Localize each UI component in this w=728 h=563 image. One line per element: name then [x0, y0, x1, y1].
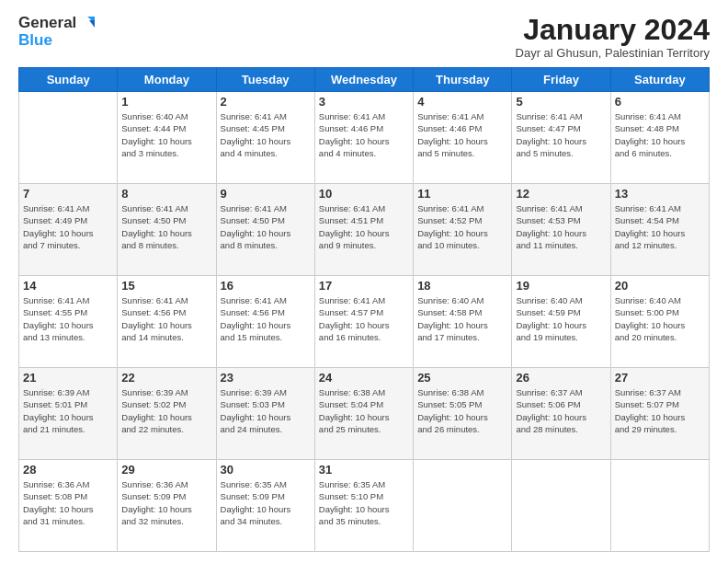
day-cell: 28Sunrise: 6:36 AM Sunset: 5:08 PM Dayli…: [19, 460, 118, 552]
week-row-1: 1Sunrise: 6:40 AM Sunset: 4:44 PM Daylig…: [19, 92, 710, 184]
day-info: Sunrise: 6:41 AM Sunset: 4:50 PM Dayligh…: [121, 202, 211, 251]
day-number: 10: [319, 187, 409, 201]
header-row: Sunday Monday Tuesday Wednesday Thursday…: [19, 68, 710, 92]
day-number: 15: [121, 279, 211, 293]
day-cell: 15Sunrise: 6:41 AM Sunset: 4:56 PM Dayli…: [118, 276, 216, 368]
day-info: Sunrise: 6:41 AM Sunset: 4:54 PM Dayligh…: [615, 202, 705, 251]
day-info: Sunrise: 6:39 AM Sunset: 5:03 PM Dayligh…: [221, 386, 311, 435]
day-number: 26: [516, 371, 606, 385]
logo-general: General: [18, 15, 76, 32]
calendar-table: Sunday Monday Tuesday Wednesday Thursday…: [18, 67, 710, 552]
day-cell: 16Sunrise: 6:41 AM Sunset: 4:56 PM Dayli…: [216, 276, 314, 368]
day-number: 19: [516, 279, 606, 293]
day-number: 27: [615, 371, 705, 385]
logo-blue: Blue: [18, 32, 52, 50]
day-info: Sunrise: 6:41 AM Sunset: 4:50 PM Dayligh…: [221, 202, 311, 251]
logo: General Blue: [18, 15, 95, 49]
day-cell: 12Sunrise: 6:41 AM Sunset: 4:53 PM Dayli…: [512, 184, 610, 276]
day-cell: [610, 460, 709, 552]
day-info: Sunrise: 6:36 AM Sunset: 5:09 PM Dayligh…: [121, 478, 211, 527]
day-cell: 17Sunrise: 6:41 AM Sunset: 4:57 PM Dayli…: [314, 276, 413, 368]
day-info: Sunrise: 6:41 AM Sunset: 4:48 PM Dayligh…: [615, 110, 705, 159]
col-saturday: Saturday: [610, 68, 709, 92]
day-info: Sunrise: 6:41 AM Sunset: 4:56 PM Dayligh…: [221, 294, 311, 343]
day-info: Sunrise: 6:36 AM Sunset: 5:08 PM Dayligh…: [23, 478, 113, 527]
day-cell: 19Sunrise: 6:40 AM Sunset: 4:59 PM Dayli…: [512, 276, 610, 368]
day-cell: 13Sunrise: 6:41 AM Sunset: 4:54 PM Dayli…: [610, 184, 709, 276]
day-cell: 11Sunrise: 6:41 AM Sunset: 4:52 PM Dayli…: [414, 184, 512, 276]
day-info: Sunrise: 6:41 AM Sunset: 4:46 PM Dayligh…: [417, 110, 507, 159]
day-cell: 24Sunrise: 6:38 AM Sunset: 5:04 PM Dayli…: [314, 368, 413, 460]
day-number: 7: [23, 187, 113, 201]
day-info: Sunrise: 6:41 AM Sunset: 4:47 PM Dayligh…: [516, 110, 606, 159]
day-cell: 23Sunrise: 6:39 AM Sunset: 5:03 PM Dayli…: [216, 368, 314, 460]
day-number: 23: [221, 371, 311, 385]
day-number: 4: [417, 95, 507, 109]
page: General Blue January 2024 Dayr al Ghusun…: [0, 0, 728, 563]
week-row-2: 7Sunrise: 6:41 AM Sunset: 4:49 PM Daylig…: [19, 184, 710, 276]
month-title: January 2024: [516, 15, 710, 44]
header: General Blue January 2024 Dayr al Ghusun…: [18, 15, 710, 60]
day-number: 9: [221, 187, 311, 201]
day-cell: 6Sunrise: 6:41 AM Sunset: 4:48 PM Daylig…: [610, 92, 709, 184]
day-number: 3: [319, 95, 409, 109]
week-row-5: 28Sunrise: 6:36 AM Sunset: 5:08 PM Dayli…: [19, 460, 710, 552]
day-number: 1: [121, 95, 211, 109]
day-cell: 18Sunrise: 6:40 AM Sunset: 4:58 PM Dayli…: [414, 276, 512, 368]
day-cell: 30Sunrise: 6:35 AM Sunset: 5:09 PM Dayli…: [216, 460, 314, 552]
day-cell: 25Sunrise: 6:38 AM Sunset: 5:05 PM Dayli…: [414, 368, 512, 460]
day-number: 20: [615, 279, 705, 293]
day-number: 31: [319, 463, 409, 477]
day-number: 21: [23, 371, 113, 385]
day-info: Sunrise: 6:40 AM Sunset: 4:44 PM Dayligh…: [121, 110, 211, 159]
day-number: 12: [516, 187, 606, 201]
day-cell: 4Sunrise: 6:41 AM Sunset: 4:46 PM Daylig…: [414, 92, 512, 184]
day-info: Sunrise: 6:38 AM Sunset: 5:05 PM Dayligh…: [417, 386, 507, 435]
day-cell: 21Sunrise: 6:39 AM Sunset: 5:01 PM Dayli…: [19, 368, 118, 460]
day-cell: 5Sunrise: 6:41 AM Sunset: 4:47 PM Daylig…: [512, 92, 610, 184]
day-info: Sunrise: 6:41 AM Sunset: 4:52 PM Dayligh…: [417, 202, 507, 251]
day-cell: 8Sunrise: 6:41 AM Sunset: 4:50 PM Daylig…: [118, 184, 216, 276]
day-number: 24: [319, 371, 409, 385]
day-info: Sunrise: 6:41 AM Sunset: 4:57 PM Dayligh…: [319, 294, 409, 343]
svg-marker-1: [89, 20, 95, 28]
day-number: 17: [319, 279, 409, 293]
day-number: 2: [221, 95, 311, 109]
day-number: 22: [121, 371, 211, 385]
day-info: Sunrise: 6:41 AM Sunset: 4:53 PM Dayligh…: [516, 202, 606, 251]
day-info: Sunrise: 6:35 AM Sunset: 5:09 PM Dayligh…: [221, 478, 311, 527]
day-info: Sunrise: 6:41 AM Sunset: 4:49 PM Dayligh…: [23, 202, 113, 251]
day-info: Sunrise: 6:41 AM Sunset: 4:56 PM Dayligh…: [121, 294, 211, 343]
day-info: Sunrise: 6:40 AM Sunset: 4:59 PM Dayligh…: [516, 294, 606, 343]
day-info: Sunrise: 6:40 AM Sunset: 5:00 PM Dayligh…: [615, 294, 705, 343]
day-info: Sunrise: 6:41 AM Sunset: 4:46 PM Dayligh…: [319, 110, 409, 159]
subtitle: Dayr al Ghusun, Palestinian Territory: [516, 46, 710, 60]
col-sunday: Sunday: [19, 68, 118, 92]
day-cell: 31Sunrise: 6:35 AM Sunset: 5:10 PM Dayli…: [314, 460, 413, 552]
day-cell: 3Sunrise: 6:41 AM Sunset: 4:46 PM Daylig…: [314, 92, 413, 184]
col-monday: Monday: [118, 68, 216, 92]
day-cell: 1Sunrise: 6:40 AM Sunset: 4:44 PM Daylig…: [118, 92, 216, 184]
day-cell: 22Sunrise: 6:39 AM Sunset: 5:02 PM Dayli…: [118, 368, 216, 460]
day-number: 8: [121, 187, 211, 201]
day-number: 25: [417, 371, 507, 385]
col-friday: Friday: [512, 68, 610, 92]
day-number: 30: [221, 463, 311, 477]
day-cell: 2Sunrise: 6:41 AM Sunset: 4:45 PM Daylig…: [216, 92, 314, 184]
day-cell: 10Sunrise: 6:41 AM Sunset: 4:51 PM Dayli…: [314, 184, 413, 276]
day-info: Sunrise: 6:37 AM Sunset: 5:07 PM Dayligh…: [615, 386, 705, 435]
day-cell: 14Sunrise: 6:41 AM Sunset: 4:55 PM Dayli…: [19, 276, 118, 368]
day-number: 16: [221, 279, 311, 293]
day-info: Sunrise: 6:41 AM Sunset: 4:51 PM Dayligh…: [319, 202, 409, 251]
day-number: 14: [23, 279, 113, 293]
week-row-3: 14Sunrise: 6:41 AM Sunset: 4:55 PM Dayli…: [19, 276, 710, 368]
day-number: 11: [417, 187, 507, 201]
day-info: Sunrise: 6:40 AM Sunset: 4:58 PM Dayligh…: [417, 294, 507, 343]
day-cell: [512, 460, 610, 552]
col-tuesday: Tuesday: [216, 68, 314, 92]
day-info: Sunrise: 6:39 AM Sunset: 5:02 PM Dayligh…: [121, 386, 211, 435]
week-row-4: 21Sunrise: 6:39 AM Sunset: 5:01 PM Dayli…: [19, 368, 710, 460]
day-number: 5: [516, 95, 606, 109]
title-area: January 2024 Dayr al Ghusun, Palestinian…: [516, 15, 710, 60]
logo-bird-icon: [78, 15, 95, 31]
